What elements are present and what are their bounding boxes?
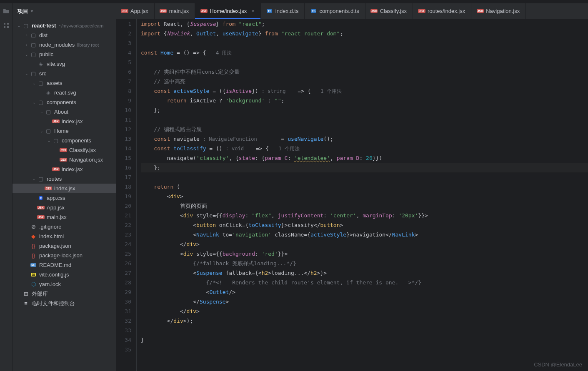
jsx-file-icon: JSX: [419, 8, 425, 14]
tab-routes[interactable]: JSX routes/index.jsx: [413, 3, 471, 19]
code-line: </Suspense>: [141, 297, 588, 306]
tree-app-css[interactable]: # app.css: [13, 193, 116, 203]
tab-classify[interactable]: JSX Classify.jsx: [365, 3, 413, 19]
tab-main-jsx[interactable]: JSX main.jsx: [155, 3, 195, 19]
jsx-file-icon: JSX: [160, 8, 166, 14]
code-line: </div>: [141, 306, 588, 316]
tree-about-index[interactable]: JSX index.jsx: [13, 117, 116, 126]
tree-label: main.jsx: [47, 214, 67, 220]
tree-assets[interactable]: ⌄ ▢ assets: [13, 78, 116, 88]
folder-icon: ▢: [30, 32, 37, 39]
svg-file-icon: ◈: [45, 90, 52, 96]
tree-package-lock[interactable]: {} package-lock.json: [13, 251, 116, 260]
tree-label: .gitignore: [39, 224, 61, 230]
tree-label: 临时文件和控制台: [32, 300, 75, 307]
tree-home-index[interactable]: JSX index.jsx: [13, 164, 116, 174]
code-line: }: [141, 335, 588, 345]
tree-classify-jsx[interactable]: JSX Classify.jsx: [13, 145, 116, 155]
tab-home-index[interactable]: JSX Home/index.jsx ×: [195, 3, 260, 19]
tab-label: Classify.jsx: [380, 8, 407, 14]
tree-home-components[interactable]: ⌄ ▢ components: [13, 136, 116, 145]
code-line: const navigate : NavigateFunction = useN…: [141, 134, 588, 144]
close-icon[interactable]: ×: [251, 8, 255, 14]
code-line: return (: [141, 182, 588, 192]
editor-area: JSX App.jsx JSX main.jsx JSX Home/index.…: [116, 3, 588, 371]
tab-index-d-ts[interactable]: TS index.d.ts: [261, 3, 305, 19]
jsx-file-icon: JSX: [38, 214, 44, 221]
folder-icon: ▢: [23, 22, 29, 29]
code-line: [141, 172, 588, 182]
structure-tool-icon[interactable]: [2, 21, 11, 30]
tree-routes-index[interactable]: JSX index.jsx: [13, 184, 116, 193]
jsx-file-icon: JSX: [201, 8, 207, 14]
folder-icon: ▢: [30, 42, 37, 48]
editor-body[interactable]: 12345 678910 1112131415 1617181920 21222…: [116, 19, 588, 371]
svg-file-icon: ◈: [38, 61, 44, 67]
folder-icon: ▢: [45, 128, 52, 134]
folder-icon: ▢: [45, 109, 52, 115]
tree-src[interactable]: ⌄ ▢ src: [13, 69, 116, 78]
json-file-icon: {}: [30, 252, 37, 259]
ts-file-icon: TS: [310, 8, 316, 14]
code-line: <button onClick={toClassify}>classify</b…: [141, 220, 588, 230]
tree-dist[interactable]: › ▢ dist: [13, 30, 116, 40]
tree-navigation-jsx[interactable]: JSX Navigation.jsx: [13, 155, 116, 164]
file-tree: ⌄ ▢ react-test ~/my-workspace/learn › ▢ …: [13, 19, 116, 371]
jsx-file-icon: JSX: [38, 204, 44, 211]
tree-about[interactable]: ⌄ ▢ About: [13, 107, 116, 117]
code-line: const activeStyle = ({isActive}) : strin…: [141, 86, 588, 96]
code-pane[interactable]: import React, {Suspense} from "react"; i…: [137, 19, 588, 371]
code-line: <div style={{background: 'red'}}>: [141, 249, 588, 259]
code-line: {/*fallback 兜底样式loading...*/}: [141, 259, 588, 268]
css-file-icon: #: [38, 195, 44, 202]
tree-vite-svg[interactable]: ◈ vite.svg: [13, 59, 116, 69]
tree-package-json[interactable]: {} package.json: [13, 241, 116, 251]
tree-index-html[interactable]: ◆ index.html: [13, 232, 116, 241]
project-name: react-test: [32, 22, 56, 29]
code-line: <Suspense fallback={<h2>loading...</h2>}…: [141, 268, 588, 278]
tree-yarn-lock[interactable]: ⬡ yarn.lock: [13, 279, 116, 289]
project-tool-icon[interactable]: [2, 7, 11, 16]
tree-public[interactable]: ⌄ ▢ public: [13, 50, 116, 59]
code-line: [141, 57, 588, 67]
ts-file-icon: TS: [267, 8, 273, 14]
tree-external-libs[interactable]: ⊞ 外部库: [13, 289, 116, 299]
tree-label: app.css: [47, 195, 65, 201]
code-line: </div>: [141, 239, 588, 249]
tree-main-jsx[interactable]: JSX main.jsx: [13, 212, 116, 222]
tab-components-d-ts[interactable]: TS components.d.ts: [305, 3, 365, 19]
tree-node-modules[interactable]: › ▢ node_modules library root: [13, 40, 116, 50]
tree-label: routes: [47, 176, 62, 182]
gitignore-icon: ⊘: [30, 224, 37, 230]
yarn-lock-icon: ⬡: [30, 281, 37, 288]
tree-label: src: [39, 70, 46, 77]
tree-gitignore[interactable]: ⊘ .gitignore: [13, 222, 116, 232]
tab-label: Home/index.jsx: [210, 8, 247, 14]
tree-react-svg[interactable]: ◈ react.svg: [13, 88, 116, 97]
markdown-file-icon: M↓: [30, 262, 37, 269]
chevron-down-icon: ▾: [31, 9, 33, 13]
tab-navigation[interactable]: JSX Navigation.jsx: [471, 3, 526, 19]
tree-label: index.jsx: [62, 118, 83, 124]
code-line: [141, 38, 588, 48]
tree-routes[interactable]: ⌄ ▢ routes: [13, 174, 116, 184]
code-line: // 类组件中不能用const定义变量: [141, 67, 588, 77]
tree-components[interactable]: ⌄ ▢ components: [13, 97, 116, 107]
tree-label: assets: [47, 80, 63, 86]
tree-label: vite.config.js: [39, 271, 69, 278]
sidebar-title: 项目: [18, 7, 28, 15]
tree-readme[interactable]: M↓ README.md: [13, 260, 116, 270]
jsx-file-icon: JSX: [45, 185, 52, 192]
tree-label: package.json: [39, 243, 71, 249]
tree-label: node_modules: [39, 42, 75, 48]
tree-project-root[interactable]: ⌄ ▢ react-test ~/my-workspace/learn: [13, 21, 116, 30]
js-file-icon: JS: [30, 271, 37, 278]
tree-vite-config[interactable]: JS vite.config.js: [13, 270, 116, 279]
sidebar-header[interactable]: 项目 ▾: [13, 3, 116, 19]
tab-app-jsx[interactable]: JSX App.jsx: [116, 3, 155, 19]
tree-scratches[interactable]: ≡ 临时文件和控制台: [13, 299, 116, 308]
tree-app-jsx[interactable]: JSX App.jsx: [13, 203, 116, 212]
line-gutter: 12345 678910 1112131415 1617181920 21222…: [116, 19, 137, 371]
code-line: // 编程式路由导航: [141, 124, 588, 134]
tree-home[interactable]: ⌄ ▢ Home: [13, 126, 116, 136]
